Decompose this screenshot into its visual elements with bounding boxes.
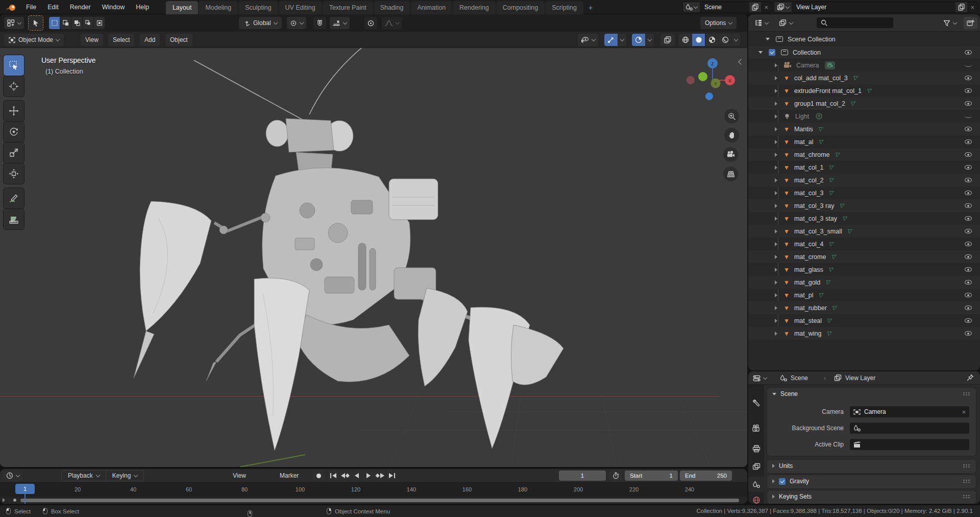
tool-cursor[interactable]: [4, 76, 24, 97]
workspace-tab-shading[interactable]: Shading: [374, 1, 410, 14]
select-mode-set[interactable]: [49, 17, 60, 29]
workspace-tab-modeling[interactable]: Modeling: [199, 1, 238, 14]
tab-world[interactable]: [748, 492, 764, 504]
tool-rotate[interactable]: [4, 122, 24, 142]
snap-toggle[interactable]: [313, 17, 326, 29]
hide-toggle[interactable]: [965, 114, 972, 118]
sidebar-collapse-chevron[interactable]: [739, 58, 743, 65]
snap-target-dropdown[interactable]: [330, 17, 350, 29]
view-layer-name[interactable]: View Layer: [792, 2, 955, 12]
gizmos-toggle[interactable]: [604, 34, 618, 46]
hide-toggle[interactable]: [965, 178, 972, 183]
hide-toggle[interactable]: [965, 191, 972, 196]
mode-dropdown[interactable]: Object Mode: [4, 34, 64, 46]
hide-toggle[interactable]: [965, 318, 972, 323]
tool-move[interactable]: [4, 101, 24, 121]
scene-browse-button[interactable]: [683, 2, 700, 12]
proportional-falloff-dropdown[interactable]: [382, 17, 402, 29]
timeline-editor-type-button[interactable]: [3, 470, 22, 481]
collection-checkbox[interactable]: [769, 49, 775, 56]
camera-view-button[interactable]: [723, 147, 738, 162]
hide-toggle[interactable]: [965, 267, 972, 272]
drag-grip[interactable]: [963, 479, 971, 483]
auto-keying-stopwatch-button[interactable]: [609, 471, 622, 481]
tool-annotate[interactable]: [4, 188, 24, 208]
hide-toggle[interactable]: [965, 88, 972, 93]
playback-menu[interactable]: Playback: [62, 471, 106, 481]
workspace-tab-texture-paint[interactable]: Texture Paint: [323, 1, 373, 14]
breadcrumb-view-layer[interactable]: View Layer: [834, 374, 875, 382]
record-button[interactable]: [312, 471, 325, 481]
tool-measure[interactable]: [4, 209, 24, 229]
outliner-item-mesh[interactable]: mat_rubber: [748, 301, 980, 314]
tab-view-layer[interactable]: [748, 459, 764, 474]
viewport-canvas[interactable]: [0, 48, 747, 467]
overlays-dropdown[interactable]: [646, 34, 654, 46]
outliner-editor-type-button[interactable]: [751, 17, 771, 29]
object-visibility-dropdown[interactable]: [578, 34, 598, 46]
tool-transform[interactable]: [4, 163, 24, 184]
view-layer-new-copy-button[interactable]: [955, 2, 967, 12]
options-dropdown[interactable]: Options: [700, 17, 737, 29]
scene-name[interactable]: Scene: [700, 2, 749, 12]
gizmos-dropdown[interactable]: [618, 34, 626, 46]
outliner-search-input[interactable]: [817, 17, 893, 28]
shading-wireframe[interactable]: [679, 34, 692, 46]
gizmo-minus-z-dot[interactable]: [705, 92, 713, 100]
light-data-badge[interactable]: [815, 112, 823, 120]
add-workspace-button[interactable]: +: [584, 1, 597, 14]
prev-keyframe-button[interactable]: [339, 471, 351, 481]
active-tool-select-box[interactable]: [28, 15, 43, 31]
outliner-filter-dropdown[interactable]: [940, 17, 960, 29]
outliner-item-light[interactable]: Light: [748, 110, 980, 123]
hide-toggle[interactable]: [965, 254, 972, 260]
hide-toggle[interactable]: [965, 242, 972, 247]
new-collection-button[interactable]: [964, 17, 977, 29]
hide-toggle[interactable]: [965, 101, 972, 106]
outliner-item-mesh[interactable]: col_add mat_col_3: [748, 72, 980, 84]
pivot-point-dropdown[interactable]: [287, 17, 306, 29]
outliner-item-mesh[interactable]: mat_col_1: [748, 161, 980, 174]
workspace-tab-animation[interactable]: Animation: [411, 1, 453, 14]
hide-toggle[interactable]: [965, 331, 972, 336]
timeline-view-menu[interactable]: View: [229, 470, 250, 481]
proportional-editing-toggle[interactable]: [364, 17, 377, 29]
drag-grip[interactable]: [963, 495, 971, 499]
hide-toggle[interactable]: [965, 216, 972, 221]
blender-logo-icon[interactable]: [0, 0, 20, 14]
hide-toggle[interactable]: [965, 63, 972, 67]
menu-file[interactable]: File: [20, 0, 42, 14]
pan-hand-button[interactable]: [724, 128, 739, 143]
clear-camera-button[interactable]: [962, 408, 966, 416]
jump-to-end-button[interactable]: [386, 471, 398, 481]
scene-new-copy-button[interactable]: [749, 2, 761, 12]
view-menu[interactable]: View: [81, 34, 103, 46]
outliner-item-mesh[interactable]: mat_pl: [748, 289, 980, 301]
camera-data-badge[interactable]: [825, 61, 835, 69]
keying-sets-panel[interactable]: Keying Sets: [767, 490, 976, 504]
hide-toggle[interactable]: [965, 280, 972, 285]
hide-toggle[interactable]: [965, 139, 972, 145]
next-keyframe-button[interactable]: [375, 471, 386, 481]
view-layer-browse-button[interactable]: [774, 2, 792, 12]
workspace-tab-sculpting[interactable]: Sculpting: [238, 1, 278, 14]
select-mode-subtract[interactable]: [71, 17, 82, 29]
workspace-tab-rendering[interactable]: Rendering: [453, 1, 496, 14]
play-button[interactable]: [363, 471, 374, 481]
channel-expand-chevron[interactable]: [3, 498, 5, 502]
scene-unlink-button[interactable]: [761, 2, 771, 12]
workspace-tab-layout[interactable]: Layout: [166, 1, 199, 14]
outliner-item-mesh[interactable]: mat_wing: [748, 327, 980, 340]
view-layer-remove-button[interactable]: [967, 2, 977, 12]
outliner-item-mesh[interactable]: mat_col_3_small: [748, 225, 980, 238]
hide-toggle[interactable]: [965, 76, 972, 81]
camera-field[interactable]: Camera: [850, 406, 969, 417]
active-clip-field[interactable]: [850, 439, 969, 450]
drag-grip[interactable]: [963, 464, 971, 468]
hide-toggle[interactable]: [965, 165, 972, 170]
hide-toggle[interactable]: [965, 293, 972, 298]
select-mode-invert[interactable]: [83, 17, 93, 29]
outliner-item-mesh[interactable]: extrudeFront mat_col_1: [748, 84, 980, 97]
breadcrumb-scene[interactable]: Scene: [780, 374, 808, 382]
hide-toggle[interactable]: [965, 203, 972, 208]
